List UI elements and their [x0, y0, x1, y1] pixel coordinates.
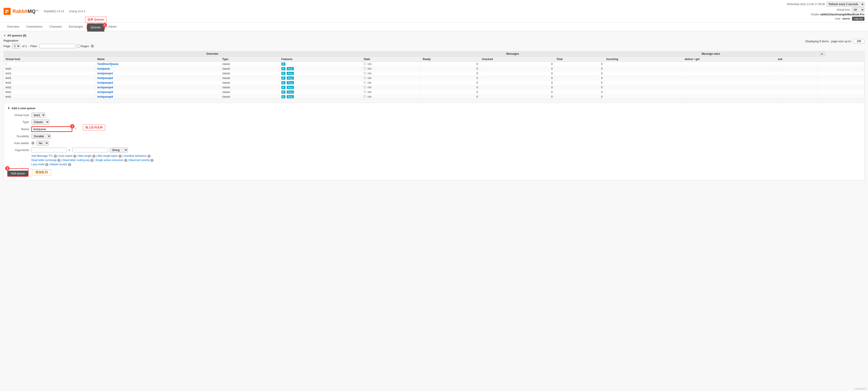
nav-queues-wrapper: 选择 Queues 1 Queues: [87, 25, 105, 29]
cell-vhost: test1: [4, 71, 95, 76]
add-queue-type-select[interactable]: Classic Quorum: [31, 120, 50, 125]
add-links-row1: Add Message TTL ? | Auto expire ? | Max …: [31, 154, 861, 158]
table-row: test1 testqueuqe5 classic D Args idle 0 …: [4, 90, 864, 94]
nav-exchanges[interactable]: Exchanges: [65, 23, 87, 31]
cell-extra: [817, 76, 864, 80]
add-link-single-active-consumer[interactable]: Single active consumer: [96, 159, 124, 162]
dead-letter-routing-key-help[interactable]: ?: [90, 159, 93, 162]
cell-vhost: test1: [4, 66, 95, 71]
cell-incoming: [604, 71, 683, 76]
cell-ready: 0: [421, 66, 480, 71]
refresh-select[interactable]: Refresh every 5 seconds Refresh every 10…: [827, 2, 864, 7]
add-link-master-locator[interactable]: Master locator: [51, 163, 68, 166]
cell-state: idle: [362, 62, 421, 66]
nav-admin[interactable]: Admin: [105, 23, 120, 31]
add-queue-durability-select[interactable]: Durable Transient: [31, 134, 51, 139]
cell-unacked: 0: [480, 71, 555, 76]
cell-features: D Args: [279, 71, 362, 76]
dead-letter-exchange-help[interactable]: ?: [57, 159, 61, 162]
auto-delete-help-icon[interactable]: ?: [31, 141, 34, 144]
cell-state: idle: [362, 90, 421, 94]
max-length-bytes-help[interactable]: ?: [119, 155, 122, 158]
col-type: Type: [220, 57, 279, 62]
logout-button[interactable]: Log out: [852, 17, 864, 21]
args-value-input[interactable]: [72, 148, 108, 152]
vhost-row: Virtual host All / test1: [787, 7, 864, 12]
add-link-message-ttl[interactable]: Message TTL: [37, 154, 54, 158]
add-link-dead-letter-routing-key[interactable]: Dead letter routing key: [63, 159, 90, 162]
cell-name[interactable]: testqueuqe4: [95, 85, 220, 90]
queues-table-container: Overview Messages Message rates +/- Virt…: [4, 51, 864, 99]
regex-checkbox[interactable]: [77, 45, 80, 47]
annotation-badge-3: 3: [5, 166, 9, 171]
col-incoming: incoming: [604, 57, 683, 62]
plus-minus-btn-cell[interactable]: +/-: [817, 52, 864, 57]
page-size-input[interactable]: [853, 39, 864, 43]
cell-vhost: test1: [4, 94, 95, 99]
args-type-select[interactable]: String Number Boolean: [110, 148, 128, 153]
add-link-lazy-mode[interactable]: Lazy mode: [31, 163, 45, 166]
filter-input[interactable]: [40, 44, 75, 48]
cell-ready: 0: [421, 90, 480, 94]
add-queue-vhost-select[interactable]: test1 /: [31, 112, 45, 118]
master-locator-help[interactable]: ?: [68, 163, 71, 166]
name-tooltip: 输入队列名称: [83, 125, 105, 130]
regex-help-icon[interactable]: ?: [91, 44, 94, 47]
nav-channels[interactable]: Channels: [46, 23, 65, 31]
add-queue-auto-delete-select[interactable]: No Yes: [36, 140, 49, 146]
vhost-select[interactable]: All / test1: [852, 7, 864, 12]
cell-type: classic: [220, 85, 279, 90]
cell-name[interactable]: testqueuqe6: [95, 94, 220, 99]
overflow-help[interactable]: ?: [148, 155, 151, 158]
cell-ready: 0: [421, 76, 480, 80]
cell-state: idle: [362, 66, 421, 71]
max-length-help[interactable]: ?: [92, 155, 95, 158]
cell-unacked: 0: [480, 62, 555, 66]
regex-label[interactable]: Regex: [77, 44, 89, 48]
cell-deliver-get: [683, 66, 776, 71]
col-state: State: [362, 57, 421, 62]
content: ▼ All queues (8) Pagination Page 1 of 1 …: [0, 31, 868, 187]
add-link-dead-letter-exchange[interactable]: Dead letter exchange: [31, 159, 57, 162]
cell-name[interactable]: testqueuqe5: [95, 90, 220, 94]
add-queue-btn-annotation: 3 Add queue: [7, 168, 29, 176]
cell-total: 0: [555, 76, 604, 80]
add-queue-button[interactable]: Add queue: [8, 171, 28, 176]
add-queue-header[interactable]: ▼ Add a new queue: [7, 106, 861, 110]
name-input[interactable]: [32, 127, 72, 131]
cell-state: idle: [362, 94, 421, 99]
cell-name[interactable]: testqueue: [95, 66, 220, 71]
plus-minus-button[interactable]: +/-: [818, 52, 825, 56]
cluster-value: rabbit@tianzhuangdeMacBook-Pro: [820, 13, 864, 16]
col-features: Features: [279, 57, 362, 62]
add-link-auto-expire[interactable]: Auto expire: [59, 154, 73, 158]
cell-name[interactable]: testqueuqe1: [95, 71, 220, 76]
cell-name[interactable]: testqueuqe3: [95, 80, 220, 85]
cell-deliver-get: [683, 62, 776, 66]
add-link-max-length[interactable]: Max length: [79, 154, 92, 158]
pagination-section: Pagination Page 1 of 1 - Filter: Regex ?…: [4, 39, 864, 51]
nav-overview[interactable]: Overview: [4, 23, 23, 31]
add-link-maximum-priority[interactable]: Maximum priority: [129, 159, 150, 162]
add-link-max-length-bytes[interactable]: Max length bytes: [98, 154, 119, 158]
user-row: User admin Log out: [787, 17, 864, 21]
cell-total: 0: [555, 66, 604, 71]
cell-name[interactable]: testqueuqe2: [95, 76, 220, 80]
auto-expire-help[interactable]: ?: [73, 155, 76, 158]
cell-type: classic: [220, 62, 279, 66]
lazy-mode-help[interactable]: ?: [45, 163, 48, 166]
single-active-help[interactable]: ?: [124, 159, 127, 162]
nav-connections[interactable]: Connections: [23, 23, 46, 31]
maximum-priority-help[interactable]: ?: [150, 159, 154, 162]
cell-extra: [817, 90, 864, 94]
add-link-overflow[interactable]: Overflow behaviour: [124, 154, 148, 158]
cell-features: D Args: [279, 76, 362, 80]
args-key-input[interactable]: [31, 148, 67, 152]
cell-name[interactable]: TestDirectQueue: [95, 62, 220, 66]
cell-unacked: 0: [480, 90, 555, 94]
message-ttl-help[interactable]: ?: [54, 155, 57, 158]
section-toggle[interactable]: ▼: [4, 34, 6, 37]
version-label: RabbitMQ 3.8.18: [44, 10, 64, 13]
cell-ready: 0: [421, 71, 480, 76]
page-select[interactable]: 1: [12, 43, 20, 48]
